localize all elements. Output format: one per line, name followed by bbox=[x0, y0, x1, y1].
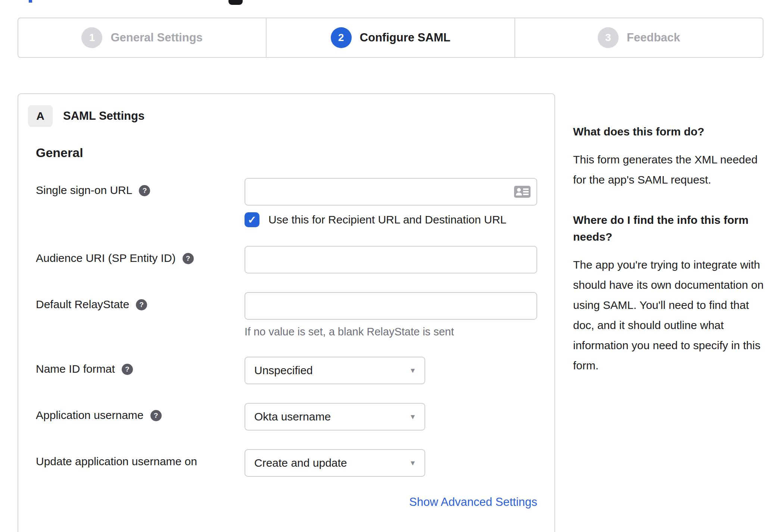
sidebar-heading-where: Where do I find the info this form needs… bbox=[573, 212, 768, 245]
application-username-select[interactable]: Okta username ▾ bbox=[245, 403, 425, 431]
single-sign-on-url-label: Single sign-on URL bbox=[36, 184, 132, 197]
step-feedback[interactable]: 3 Feedback bbox=[514, 18, 763, 57]
general-section-title: General bbox=[36, 145, 554, 160]
default-relaystate-input[interactable] bbox=[245, 292, 537, 320]
single-sign-on-url-input[interactable] bbox=[245, 178, 537, 206]
step-2-label: Configure SAML bbox=[360, 31, 451, 44]
sidebar-body-where: The app you're trying to integrate with … bbox=[573, 255, 768, 376]
help-icon[interactable]: ? bbox=[150, 410, 162, 421]
audience-uri-label: Audience URI (SP Entity ID) bbox=[36, 252, 176, 265]
name-id-format-label: Name ID format bbox=[36, 363, 115, 375]
chevron-down-icon: ▾ bbox=[411, 458, 415, 468]
section-a-badge: A bbox=[28, 105, 53, 127]
relaystate-helper-text: If no value is set, a blank RelayState i… bbox=[245, 326, 537, 338]
card-title: SAML Settings bbox=[63, 109, 144, 123]
help-icon[interactable]: ? bbox=[122, 364, 133, 375]
audience-uri-input[interactable] bbox=[245, 246, 537, 273]
default-relaystate-row: Default RelayState ? If no value is set,… bbox=[36, 292, 554, 338]
cut-off-title-glyph bbox=[228, 0, 243, 5]
step-general-settings[interactable]: 1 General Settings bbox=[18, 18, 266, 57]
wizard-stepper: 1 General Settings 2 Configure SAML 3 Fe… bbox=[18, 18, 763, 58]
sidebar-body-what: This form generates the XML needed for t… bbox=[573, 150, 768, 190]
update-app-username-row: Update application username on Create an… bbox=[36, 449, 554, 477]
step-3-label: Feedback bbox=[627, 31, 680, 44]
check-icon: ✓ bbox=[248, 214, 256, 226]
name-id-format-row: Name ID format ? Unspecified ▾ bbox=[36, 357, 554, 384]
default-relaystate-label: Default RelayState bbox=[36, 298, 129, 311]
audience-uri-row: Audience URI (SP Entity ID) ? bbox=[36, 246, 554, 273]
help-sidebar: What does this form do? This form genera… bbox=[573, 123, 768, 397]
chevron-down-icon: ▾ bbox=[411, 412, 415, 422]
help-icon[interactable]: ? bbox=[183, 253, 194, 264]
update-app-username-select[interactable]: Create and update ▾ bbox=[245, 449, 425, 477]
recipient-url-checkbox[interactable]: ✓ bbox=[245, 212, 259, 227]
help-icon[interactable]: ? bbox=[136, 299, 147, 310]
saml-form: Single sign-on URL ? ✓ bbox=[36, 178, 554, 509]
chevron-down-icon: ▾ bbox=[411, 366, 415, 375]
cut-off-title-accent bbox=[29, 0, 32, 3]
application-username-row: Application username ? Okta username ▾ bbox=[36, 403, 554, 431]
help-icon[interactable]: ? bbox=[139, 185, 150, 196]
name-id-format-value: Unspecified bbox=[254, 364, 313, 377]
step-configure-saml[interactable]: 2 Configure SAML bbox=[266, 18, 514, 57]
show-advanced-settings-link[interactable]: Show Advanced Settings bbox=[409, 495, 537, 508]
application-username-value: Okta username bbox=[254, 410, 331, 423]
step-1-label: General Settings bbox=[111, 31, 202, 44]
step-2-circle: 2 bbox=[331, 27, 352, 48]
update-app-username-label: Update application username on bbox=[36, 455, 197, 468]
name-id-format-select[interactable]: Unspecified ▾ bbox=[245, 357, 425, 384]
single-sign-on-url-row: Single sign-on URL ? ✓ bbox=[36, 178, 554, 227]
step-3-circle: 3 bbox=[598, 27, 619, 48]
step-1-circle: 1 bbox=[81, 27, 102, 48]
sidebar-heading-what: What does this form do? bbox=[573, 123, 768, 140]
recipient-url-checkbox-label: Use this for Recipient URL and Destinati… bbox=[268, 213, 507, 226]
card-header: A SAML Settings bbox=[28, 105, 554, 127]
recipient-url-checkbox-row: ✓ Use this for Recipient URL and Destina… bbox=[245, 212, 537, 227]
contact-card-icon[interactable] bbox=[514, 186, 530, 198]
update-app-username-value: Create and update bbox=[254, 457, 347, 469]
application-username-label: Application username bbox=[36, 409, 144, 422]
saml-settings-card: A SAML Settings General Single sign-on U… bbox=[18, 93, 555, 532]
